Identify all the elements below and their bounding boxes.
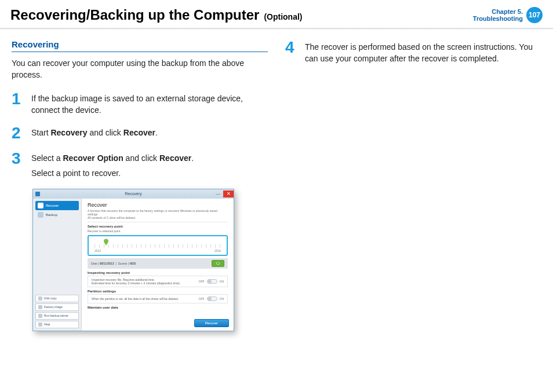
factory-image-label: Factory image <box>44 305 63 309</box>
chapter-line-2: Troubleshooting <box>473 15 523 22</box>
partition-off: OFF <box>199 297 205 301</box>
step-3-subtext: Select a point to recover. <box>31 168 194 179</box>
date-value: 08/11/2012 <box>100 262 114 265</box>
recover-button[interactable]: Recover <box>194 319 229 327</box>
page-header: Recovering/Backing up the Computer (Opti… <box>0 0 553 28</box>
step-2-bold-recovery: Recovery <box>50 128 87 137</box>
step-1-body: If the backup image is saved to an exter… <box>31 91 268 116</box>
timeline-years: 2012 2016 <box>94 249 221 252</box>
main-description: A function that recovers the computer to… <box>88 209 228 222</box>
help-icon <box>38 323 42 327</box>
intro-text: You can recover your computer using the … <box>12 58 268 80</box>
step-2-number: 2 <box>12 125 24 141</box>
source-value: HDD <box>129 262 136 265</box>
desc-line2: All contents of C drive will be deleted. <box>88 216 228 219</box>
step-2-bold-recover: Recover <box>123 128 155 137</box>
close-button[interactable]: ✕ <box>223 190 234 197</box>
chapter-line-1: Chapter 5. <box>473 8 523 15</box>
step-2-body: Start Recovery and click Recover. <box>31 125 158 141</box>
select-recovery-point-label: Select recovery point <box>88 225 228 228</box>
partition-heading: Partition settings <box>88 290 228 293</box>
inspect-heading: Inspecting recovery point <box>88 271 228 274</box>
page-number-badge: 107 <box>526 7 543 23</box>
right-column: 4 The recover is performed based on the … <box>285 39 541 331</box>
app-icon <box>35 192 40 196</box>
step-2: 2 Start Recovery and click Recover. <box>12 125 268 141</box>
partition-row: When the partition is set, all the data … <box>88 294 228 303</box>
window-body: Recover Backup Disk copy Factory image R… <box>33 199 234 331</box>
step-3-text-c: and click <box>123 153 159 163</box>
timeline-marker-icon[interactable] <box>104 239 108 246</box>
inspect-on: ON <box>220 280 224 283</box>
year-end: 2016 <box>214 249 221 252</box>
main-heading: Recover <box>88 202 228 208</box>
toggle-switch-icon[interactable] <box>207 279 217 284</box>
sidebar-btn-help[interactable]: Help <box>35 321 79 328</box>
factory-image-icon <box>38 305 42 309</box>
sidebar-bottom: Disk copy Factory image Run backup serve… <box>35 295 79 328</box>
backup-icon <box>38 212 43 218</box>
step-1-number: 1 <box>12 91 24 116</box>
step-4-body: The recover is performed based on the sc… <box>305 39 541 64</box>
step-2-text-e: . <box>155 128 158 137</box>
recovery-app-window: Recovery — ✕ Recover Backup <box>32 189 234 331</box>
step-3-body: Select a Recover Option and click Recove… <box>31 151 194 179</box>
section-heading-recovering: Recovering <box>12 39 268 52</box>
sidebar: Recover Backup Disk copy Factory image R… <box>33 199 82 331</box>
chapter-block: Chapter 5. Troubleshooting 107 <box>473 7 543 23</box>
year-start: 2012 <box>94 249 101 252</box>
page-subtitle-optional: (Optional) <box>264 12 302 21</box>
source-device-button[interactable] <box>212 260 224 267</box>
source-info: Date | 08/11/2012 | Source | HDD <box>91 262 136 265</box>
partition-text: When the partition is set, all the data … <box>92 297 179 301</box>
content-columns: Recovering You can recover your computer… <box>0 34 553 331</box>
sidebar-btn-disk-copy[interactable]: Disk copy <box>35 295 79 302</box>
source-label: Source <box>118 262 128 265</box>
desc-line1: A function that recovers the computer to… <box>88 209 228 216</box>
disk-copy-label: Disk copy <box>44 296 57 300</box>
step-3-number: 3 <box>12 151 24 179</box>
step-3-bold-option: Recover Option <box>63 153 123 163</box>
step-2-text-c: and click <box>88 128 123 137</box>
toggle-switch-icon-2[interactable] <box>207 296 217 301</box>
step-3-text-a: Select a <box>31 153 63 163</box>
window-controls: — ✕ <box>213 190 234 197</box>
step-4-number: 4 <box>285 39 298 64</box>
sidebar-btn-factory-image[interactable]: Factory image <box>35 303 79 311</box>
disk-copy-icon <box>38 296 42 301</box>
chapter-text: Chapter 5. Troubleshooting <box>473 8 523 22</box>
header-divider <box>0 28 553 29</box>
minimize-button[interactable]: — <box>213 190 223 197</box>
date-label: Date <box>91 262 97 265</box>
recover-to-selected-label: Recover to selected point. <box>88 229 228 233</box>
source-bar: Date | 08/11/2012 | Source | HDD <box>88 258 228 269</box>
sidebar-backup-label: Backup <box>46 213 57 217</box>
run-backup-server-label: Run backup server <box>44 314 68 317</box>
step-2-text-a: Start <box>31 128 50 137</box>
sidebar-item-recover[interactable]: Recover <box>35 201 79 210</box>
maintain-heading: Maintain user data <box>88 306 228 309</box>
step-3-bold-recover: Recover <box>159 153 191 163</box>
inspect-toggle[interactable]: OFF ON <box>199 279 224 284</box>
sidebar-recover-label: Recover <box>46 204 59 207</box>
window-titlebar[interactable]: Recovery — ✕ <box>33 189 234 199</box>
sidebar-btn-run-backup-server[interactable]: Run backup server <box>35 312 79 320</box>
title-wrap: Recovering/Backing up the Computer (Opti… <box>10 7 303 23</box>
main-panel: Recover A function that recovers the com… <box>82 199 234 331</box>
recover-icon <box>38 203 43 208</box>
step-4: 4 The recover is performed based on the … <box>285 39 541 64</box>
step-1: 1 If the backup image is saved to an ext… <box>12 91 268 116</box>
inspect-text: Inspection recovery file. Requires addit… <box>92 278 180 285</box>
inspect-off: OFF <box>199 280 205 283</box>
window-title: Recovery <box>125 192 142 196</box>
inspect-line-b: Estimated time for recovery 3 minutes + … <box>92 281 180 285</box>
recovery-timeline[interactable]: 2012 2016 <box>88 235 228 256</box>
timeline-track[interactable] <box>94 244 221 248</box>
inspect-row: Inspection recovery file. Requires addit… <box>88 276 228 287</box>
left-column: Recovering You can recover your computer… <box>12 39 268 331</box>
sidebar-item-backup[interactable]: Backup <box>35 210 79 219</box>
step-3-text-e: . <box>191 153 194 163</box>
help-label: Help <box>44 323 50 326</box>
step-3: 3 Select a Recover Option and click Reco… <box>12 151 268 179</box>
partition-toggle[interactable]: OFF ON <box>199 296 224 301</box>
